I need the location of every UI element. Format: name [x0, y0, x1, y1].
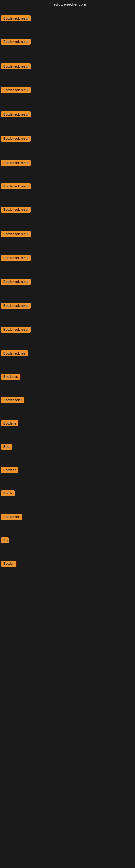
bottleneck-badge-3[interactable]: Bottleneck resul: [1, 63, 31, 69]
result-row: Bottleneck resul: [1, 183, 31, 190]
bottleneck-badge-2[interactable]: Bottleneck resul: [1, 39, 31, 45]
bottleneck-badge-14[interactable]: Bottleneck resul: [1, 327, 31, 333]
bottleneck-badge-6[interactable]: Bottleneck resul: [1, 135, 31, 142]
result-row: Bottleneck resul: [1, 63, 31, 70]
bottleneck-badge-13[interactable]: Bottleneck resul: [1, 303, 31, 309]
result-row: Bottleneck resul: [1, 112, 31, 119]
bottleneck-badge-11[interactable]: Bottleneck resul: [1, 255, 31, 261]
site-title: TheBottlenecker.com: [0, 0, 135, 8]
result-row: Bottle: [1, 490, 14, 497]
bottleneck-badge-19[interactable]: Bott: [1, 444, 12, 450]
bottleneck-badge-12[interactable]: Bottleneck resul: [1, 279, 31, 285]
result-row: Bottleneck resul: [1, 255, 31, 262]
bottleneck-badge-18[interactable]: Bottlene: [1, 421, 18, 426]
result-row: Bott: [1, 444, 12, 451]
result-row: Bottleneck r: [1, 397, 24, 404]
result-row: Bottleneck resul: [1, 207, 31, 214]
bottleneck-badge-4[interactable]: Bottleneck resul: [1, 87, 31, 93]
cursor: [3, 746, 3, 754]
bottleneck-badge-20[interactable]: Bottlene: [1, 467, 18, 473]
result-row: Bottleneck resul: [1, 135, 31, 143]
result-row: Bottleneck resul: [1, 160, 31, 167]
result-row: Bottlenec: [1, 374, 20, 381]
bottleneck-badge-10[interactable]: Bottleneck resul: [1, 231, 31, 237]
bottleneck-badge-21[interactable]: Bottle: [1, 490, 14, 496]
result-row: Bottlene: [1, 421, 18, 428]
bottleneck-badge-8[interactable]: Bottleneck resul: [1, 183, 31, 189]
result-row: Bottleneck: [1, 514, 22, 521]
bottleneck-badge-16[interactable]: Bottlenec: [1, 374, 20, 380]
result-row: Bottleneck resul: [1, 16, 31, 23]
bottleneck-badge-15[interactable]: Bottleneck res: [1, 350, 28, 356]
bottleneck-badge-9[interactable]: Bottleneck resul: [1, 207, 31, 213]
result-row: Bottleneck resul: [1, 231, 31, 238]
result-row: Bottlen: [1, 561, 16, 568]
result-row: Bottleneck resul: [1, 39, 31, 46]
bottleneck-badge-5[interactable]: Bottleneck resul: [1, 112, 31, 118]
result-row: Bo: [1, 537, 9, 545]
bottleneck-badge-17[interactable]: Bottleneck r: [1, 397, 24, 403]
result-row: Bottleneck resul: [1, 327, 31, 334]
bottleneck-badge-1[interactable]: Bottleneck resul: [1, 16, 31, 22]
bottleneck-badge-7[interactable]: Bottleneck resul: [1, 160, 31, 166]
bottleneck-badge-24[interactable]: Bottlen: [1, 561, 16, 567]
result-row: Bottleneck resul: [1, 279, 31, 286]
result-row: Bottleneck res: [1, 350, 28, 358]
bottleneck-badge-23[interactable]: Bo: [1, 537, 9, 543]
result-row: Bottleneck resul: [1, 87, 31, 94]
result-row: Bottlene: [1, 467, 18, 474]
bottleneck-badge-22[interactable]: Bottleneck: [1, 514, 22, 520]
result-row: Bottleneck resul: [1, 303, 31, 310]
